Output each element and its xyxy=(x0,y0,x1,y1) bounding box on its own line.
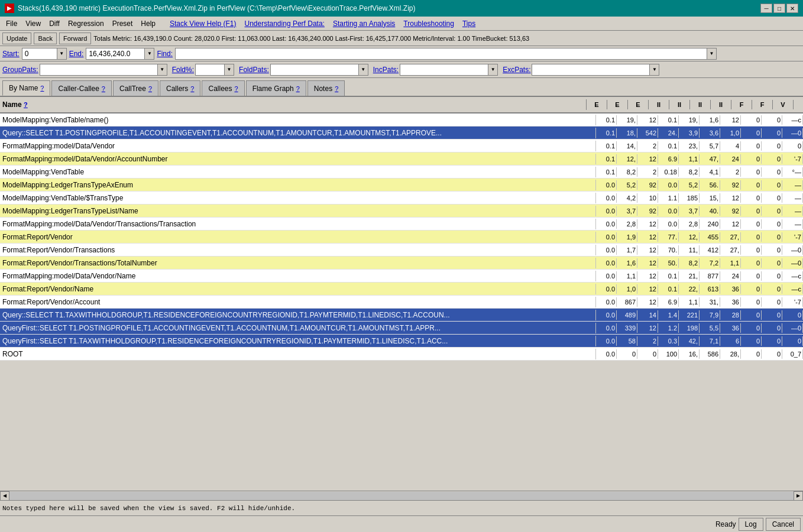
table-row[interactable]: ROOT0.00010016,58628,000_7 xyxy=(0,348,803,361)
table-row[interactable]: ModelMapping:VendTable/name()0.119,120.1… xyxy=(0,113,803,126)
log-button[interactable]: Log xyxy=(739,518,763,531)
col-name-help[interactable]: ? xyxy=(24,101,28,108)
cell-name[interactable]: Format:Report/Vendor xyxy=(0,232,596,242)
table-row[interactable]: ModelMapping:VendTable0.18,220.188,24,12… xyxy=(0,166,803,179)
tab-callees-help[interactable]: ? xyxy=(235,85,238,92)
table-row[interactable]: ModelMapping:VendTable/$TransType0.04,21… xyxy=(0,192,803,205)
menu-preset[interactable]: Preset xyxy=(109,18,137,29)
start-label[interactable]: Start: xyxy=(2,50,20,58)
table-row[interactable]: FormatMapping:model/Data/Vendor/AccountN… xyxy=(0,153,803,166)
table-row[interactable]: Format:Report/Vendor/Name0.01,0120.122,6… xyxy=(0,283,803,296)
tab-notes-help[interactable]: ? xyxy=(335,85,338,92)
table-row[interactable]: FormatMapping:model/Data/Vendor/Transact… xyxy=(0,218,803,231)
menu-view[interactable]: View xyxy=(22,18,44,29)
table-row[interactable]: QueryFirst::SELECT T1.POSTINGPROFILE,T1.… xyxy=(0,322,803,335)
find-combo[interactable]: ▼ xyxy=(175,48,717,60)
tab-callers[interactable]: Callers ? xyxy=(160,80,200,96)
foldpct-input[interactable] xyxy=(195,64,225,76)
maximize-button[interactable]: □ xyxy=(773,4,785,13)
close-button[interactable]: ✕ xyxy=(786,4,798,13)
incpats-dropdown-arrow[interactable]: ▼ xyxy=(488,64,498,76)
cell-name[interactable]: Query::SELECT T1.POSTINGPROFILE,T1.ACCOU… xyxy=(0,128,596,138)
cell-name[interactable]: Format:Report/Vendor/Transactions/TotalN… xyxy=(0,258,596,268)
back-button[interactable]: Back xyxy=(34,33,56,44)
table-row[interactable]: Query::SELECT T1.POSTINGPROFILE,T1.ACCOU… xyxy=(0,126,803,140)
cell-name[interactable]: FormatMapping:model/Data/Vendor/Name xyxy=(0,271,596,281)
window-controls[interactable]: ─ □ ✕ xyxy=(760,4,798,13)
cancel-button[interactable]: Cancel xyxy=(766,518,801,531)
link-troubleshooting[interactable]: Troubleshooting xyxy=(400,18,458,29)
grouppats-label[interactable]: GroupPats: xyxy=(2,66,38,74)
tab-calltree[interactable]: CallTree ? xyxy=(113,80,158,96)
foldpct-dropdown-arrow[interactable]: ▼ xyxy=(225,64,234,76)
tab-callers-help[interactable]: ? xyxy=(190,85,194,92)
foldpats-input[interactable] xyxy=(270,64,359,76)
table-row[interactable]: FormatMapping:model/Data/Vendor/Name0.01… xyxy=(0,270,803,283)
end-input[interactable] xyxy=(86,48,145,60)
excpats-label[interactable]: ExcPats: xyxy=(503,66,530,74)
foldpct-label[interactable]: Fold%: xyxy=(172,66,194,74)
start-combo[interactable]: ▼ xyxy=(22,48,67,60)
cell-name[interactable]: FormatMapping:model/Data/Vendor/Transact… xyxy=(0,219,596,229)
link-stack-view-help[interactable]: Stack View Help (F1) xyxy=(166,18,239,29)
update-button[interactable]: Update xyxy=(2,33,31,44)
start-dropdown-arrow[interactable]: ▼ xyxy=(57,48,67,60)
table-row[interactable]: ModelMapping:LedgerTransTypeList/Name0.0… xyxy=(0,205,803,218)
table-row[interactable]: FormatMapping:model/Data/Vendor0.114,20.… xyxy=(0,140,803,153)
tab-caller-callee-help[interactable]: ? xyxy=(102,85,105,92)
hscroll-right-button[interactable]: ▶ xyxy=(794,491,803,501)
menu-help[interactable]: Help xyxy=(137,18,159,29)
excpats-combo[interactable]: ▼ xyxy=(532,64,659,76)
excpats-input[interactable] xyxy=(532,64,650,76)
link-starting-analysis[interactable]: Starting an Analysis xyxy=(329,18,399,29)
table-row[interactable]: QueryFirst::SELECT T1.TAXWITHHOLDGROUP,T… xyxy=(0,335,803,348)
end-dropdown-arrow[interactable]: ▼ xyxy=(145,48,154,60)
table-row[interactable]: Format:Report/Vendor/Transactions/TotalN… xyxy=(0,257,803,270)
hscroll-track[interactable] xyxy=(9,492,794,500)
minimize-button[interactable]: ─ xyxy=(760,4,772,13)
tab-notes[interactable]: Notes ? xyxy=(307,80,345,96)
menu-diff[interactable]: Diff xyxy=(46,18,63,29)
table-row[interactable]: Format:Report/Vendor/Transactions0.01,71… xyxy=(0,244,803,257)
end-combo[interactable]: ▼ xyxy=(86,48,154,60)
link-understanding-perf[interactable]: Understanding Perf Data: xyxy=(241,18,328,29)
cell-name[interactable]: QueryFirst::SELECT T1.TAXWITHHOLDGROUP,T… xyxy=(0,336,596,346)
cell-name[interactable]: ModelMapping:VendTable/$TransType xyxy=(0,193,596,203)
table-rows-wrap[interactable]: ModelMapping:VendTable/name()0.119,120.1… xyxy=(0,113,803,491)
cell-name[interactable]: Query::SELECT T1.TAXWITHHOLDGROUP,T1.RES… xyxy=(0,310,596,320)
forward-button[interactable]: Forward xyxy=(59,33,91,44)
foldpats-label[interactable]: FoldPats: xyxy=(239,66,269,74)
tab-caller-callee[interactable]: Caller-Callee ? xyxy=(51,80,111,96)
cell-name[interactable]: QueryFirst::SELECT T1.POSTINGPROFILE,T1.… xyxy=(0,323,596,333)
tab-callees[interactable]: Callees ? xyxy=(202,80,244,96)
table-row[interactable]: Format:Report/Vendor/Account0.0867126.91… xyxy=(0,296,803,309)
tab-flamegraph[interactable]: Flame Graph ? xyxy=(246,80,306,96)
cell-name[interactable]: Format:Report/Vendor/Name xyxy=(0,284,596,294)
excpats-dropdown-arrow[interactable]: ▼ xyxy=(650,64,659,76)
cell-name[interactable]: ModelMapping:LedgerTransTypeList/Name xyxy=(0,206,596,216)
tab-calltree-help[interactable]: ? xyxy=(148,85,152,92)
table-row[interactable]: Format:Report/Vendor0.01,91277.12,45527,… xyxy=(0,231,803,244)
grouppats-dropdown-arrow[interactable]: ▼ xyxy=(158,64,167,76)
tab-byname[interactable]: By Name ? xyxy=(2,80,50,96)
menu-regression[interactable]: Regression xyxy=(64,18,108,29)
menu-file[interactable]: File xyxy=(2,18,21,29)
cell-name[interactable]: ModelMapping:VendTable xyxy=(0,167,596,177)
cell-name[interactable]: Format:Report/Vendor/Transactions xyxy=(0,245,596,255)
incpats-label[interactable]: IncPats: xyxy=(373,66,399,74)
cell-name[interactable]: Format:Report/Vendor/Account xyxy=(0,297,596,307)
foldpct-combo[interactable]: ▼ xyxy=(195,64,234,76)
foldpats-combo[interactable]: ▼ xyxy=(270,64,368,76)
cell-name[interactable]: ROOT xyxy=(0,349,596,359)
find-input[interactable] xyxy=(175,48,707,60)
find-label[interactable]: Find: xyxy=(157,50,173,58)
hscroll-left-button[interactable]: ◀ xyxy=(0,491,9,501)
cell-name[interactable]: FormatMapping:model/Data/Vendor xyxy=(0,141,596,151)
cell-name[interactable]: ModelMapping:LedgerTransTypeAxEnum xyxy=(0,180,596,190)
tab-flamegraph-help[interactable]: ? xyxy=(296,85,300,92)
end-label[interactable]: End: xyxy=(69,50,84,58)
cell-name[interactable]: ModelMapping:VendTable/name() xyxy=(0,115,596,125)
link-tips[interactable]: Tips xyxy=(459,18,479,29)
incpats-input[interactable] xyxy=(400,64,488,76)
cell-name[interactable]: FormatMapping:model/Data/Vendor/AccountN… xyxy=(0,154,596,164)
